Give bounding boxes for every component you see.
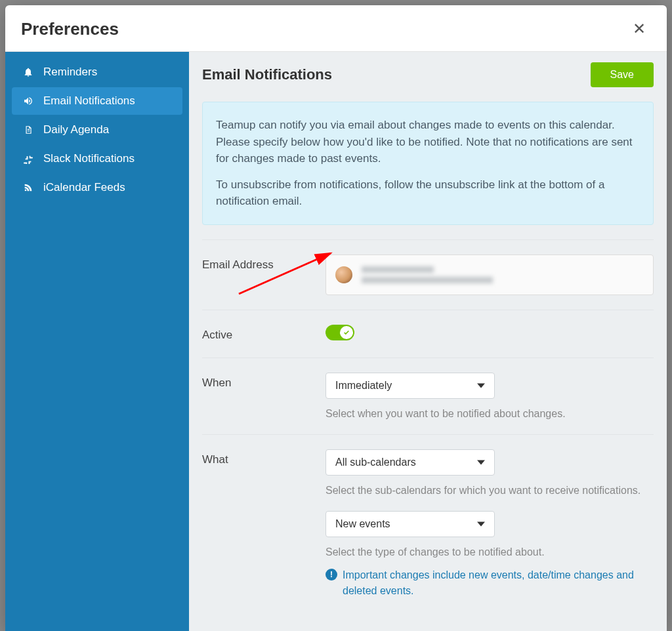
- sidebar-item-label: Daily Agenda: [43, 123, 109, 136]
- what-calendars-hint: Select the sub-calendars for which you w…: [326, 485, 654, 497]
- sidebar-item-label: Email Notifications: [43, 94, 135, 108]
- divider: [202, 357, 654, 358]
- sidebar-item-email-notifications[interactable]: Email Notifications: [12, 87, 182, 115]
- sidebar-item-label: Reminders: [43, 66, 97, 79]
- active-section: Active: [202, 325, 654, 343]
- chevron-down-icon: [477, 383, 485, 388]
- chevron-down-icon: [477, 460, 485, 464]
- sidebar-item-reminders[interactable]: Reminders: [12, 58, 182, 86]
- email-address-section: Email Address: [202, 254, 654, 295]
- slack-icon: [22, 153, 34, 165]
- divider: [202, 434, 654, 435]
- info-box: Teamup can notify you via email about ch…: [202, 102, 654, 225]
- what-calendars-select[interactable]: All sub-calendars: [326, 449, 495, 476]
- sidebar-item-icalendar-feeds[interactable]: iCalendar Feeds: [12, 174, 182, 201]
- important-changes-text: Important changes include new events, da…: [343, 567, 654, 599]
- modal-title: Preferences: [21, 19, 119, 39]
- info-text-2: To unsubscribe from notifications, follo…: [216, 176, 640, 210]
- content-header: Email Notifications Save: [202, 62, 654, 87]
- close-icon: ✕: [633, 20, 646, 37]
- when-selected-value: Immediately: [335, 380, 392, 391]
- when-section: When Immediately Select when you want to…: [202, 373, 654, 420]
- what-label: What: [202, 449, 326, 466]
- close-button[interactable]: ✕: [627, 17, 651, 41]
- when-label: When: [202, 373, 326, 390]
- sidebar: Reminders Email Notifications Daily Agen…: [5, 52, 189, 631]
- save-button[interactable]: Save: [591, 62, 654, 87]
- content-area: Email Notifications Save Teamup can noti…: [189, 52, 667, 631]
- email-address-label: Email Address: [202, 254, 326, 272]
- preferences-modal: Preferences ✕ Reminders Email Notificati…: [5, 5, 667, 631]
- info-icon: !: [326, 569, 337, 580]
- info-text-1: Teamup can notify you via email about ch…: [216, 117, 640, 167]
- what-section: What All sub-calendars Select the sub-ca…: [202, 449, 654, 599]
- check-icon: [343, 329, 350, 336]
- what-changes-value: New events: [335, 518, 390, 529]
- chevron-down-icon: [477, 521, 485, 526]
- sidebar-item-daily-agenda[interactable]: Daily Agenda: [12, 116, 182, 144]
- rss-icon: [22, 182, 34, 193]
- what-calendars-value: All sub-calendars: [335, 457, 416, 468]
- email-address-display: [326, 254, 654, 295]
- sidebar-item-label: iCalendar Feeds: [43, 181, 125, 194]
- what-changes-hint: Select the type of changes to be notifie…: [326, 546, 654, 558]
- divider: [202, 310, 654, 310]
- volume-icon: [22, 95, 34, 107]
- svg-point-0: [25, 190, 27, 192]
- when-hint: Select when you want to be notified abou…: [326, 408, 654, 420]
- active-toggle[interactable]: [326, 325, 354, 340]
- page-title: Email Notifications: [202, 66, 332, 83]
- sidebar-item-slack-notifications[interactable]: Slack Notifications: [12, 145, 182, 173]
- active-label: Active: [202, 325, 326, 342]
- avatar: [335, 266, 352, 283]
- important-changes-note[interactable]: ! Important changes include new events, …: [326, 567, 654, 599]
- modal-body: Reminders Email Notifications Daily Agen…: [5, 52, 667, 631]
- toggle-knob: [340, 326, 353, 339]
- bell-icon: [22, 66, 34, 78]
- sidebar-item-label: Slack Notifications: [43, 152, 135, 165]
- what-changes-select[interactable]: New events: [326, 511, 495, 537]
- document-icon: [22, 124, 34, 136]
- when-select[interactable]: Immediately: [326, 373, 495, 399]
- divider: [202, 239, 654, 240]
- redacted-email-info: [362, 266, 493, 283]
- modal-header: Preferences ✕: [5, 5, 667, 52]
